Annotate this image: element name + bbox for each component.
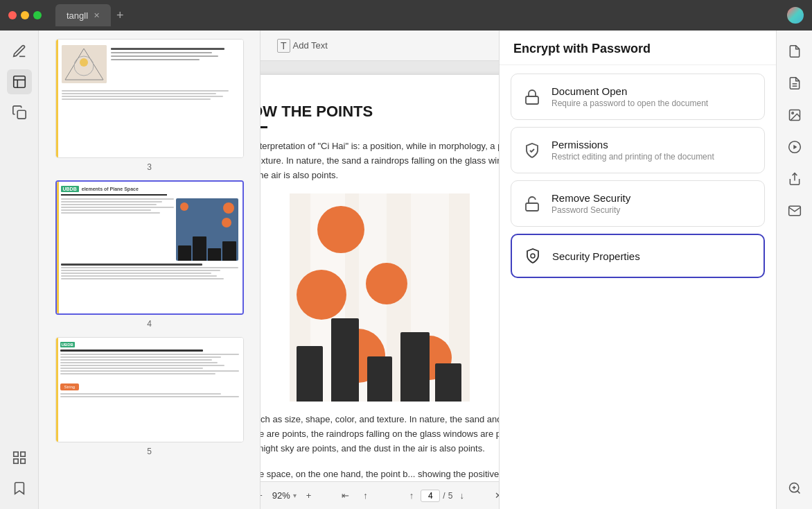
text-icon: T — [277, 39, 290, 53]
thumb-card-4[interactable]: UBDB elements of Plane Space — [55, 180, 244, 315]
page-document: 1. KNOW THE POINTS Point, the interpreta… — [261, 75, 499, 481]
option-remove-security-title: Remove Security — [551, 192, 630, 204]
next-page-button[interactable]: ↓ — [455, 488, 468, 503]
thumbnail-panel: 3 UBDB elements of Plane Space — [39, 31, 261, 509]
right-play-icon[interactable] — [782, 135, 807, 159]
sidebar-icon-pages[interactable] — [7, 69, 32, 94]
svg-point-20 — [791, 112, 793, 114]
page-area: 1. KNOW THE POINTS Point, the interpreta… — [261, 61, 499, 481]
svg-rect-3 — [17, 110, 26, 119]
thumb-img-3 — [56, 40, 243, 157]
doc-lower-text-1: elements such as size, shape, color, and… — [261, 413, 499, 456]
right-icon-bar — [776, 31, 812, 509]
thumb-group-4: UBDB elements of Plane Space — [44, 180, 254, 329]
thumb-group-5: UBDB String — [44, 337, 254, 456]
option-security-properties-title: Security Properties — [552, 250, 640, 262]
app-icon — [787, 7, 804, 24]
svg-rect-14 — [526, 96, 538, 104]
option-remove-security-desc: Password Security — [551, 205, 630, 215]
maximize-button[interactable] — [33, 11, 42, 19]
thumb-number-3: 3 — [147, 162, 152, 172]
unlock-icon — [522, 194, 542, 214]
option-remove-security[interactable]: Remove Security Password Security — [511, 180, 765, 227]
option-document-open-title: Document Open — [551, 85, 708, 97]
tab-bar: tangll ✕ + — [55, 4, 782, 26]
svg-rect-0 — [13, 76, 25, 88]
expand-up-icon: ↑ — [363, 490, 368, 501]
art-bar-2 — [331, 318, 359, 402]
page-number-input[interactable] — [421, 490, 440, 502]
svg-point-13 — [80, 58, 88, 67]
page-separator: / — [443, 491, 445, 501]
doc-heading: 1. KNOW THE POINTS — [261, 103, 499, 121]
sidebar-icon-grid[interactable] — [7, 445, 32, 470]
next-page-icon: ↓ — [459, 490, 464, 501]
thumb-card-3[interactable] — [55, 39, 244, 158]
close-button[interactable] — [8, 11, 17, 19]
option-document-open[interactable]: Document Open Require a password to open… — [511, 74, 765, 120]
sidebar-icon-copy[interactable] — [7, 100, 32, 125]
thumb-img-4: UBDB elements of Plane Space — [57, 182, 242, 313]
main-content: T Add Text 1. KNOW THE POINTS Point, the… — [261, 31, 499, 509]
panel-content: Document Open Require a password to open… — [500, 65, 776, 509]
prev-page-button[interactable]: ↑ — [405, 488, 418, 503]
title-bar-right — [787, 7, 804, 24]
expand-up-button[interactable]: ↑ — [359, 488, 372, 503]
option-permissions[interactable]: Permissions Restrict editing and printin… — [511, 127, 765, 173]
sidebar-icon-edit[interactable] — [7, 39, 32, 64]
traffic-lights — [8, 11, 42, 19]
zoom-out-icon: − — [261, 490, 263, 501]
close-panel-button[interactable]: ✕ — [491, 488, 499, 503]
thumb-number-5: 5 — [147, 447, 152, 456]
tab-close-button[interactable]: ✕ — [94, 11, 100, 20]
content-toolbar: T Add Text — [261, 31, 499, 61]
doc-underline — [261, 126, 267, 128]
add-tab-button[interactable]: + — [116, 8, 124, 23]
doc-image — [290, 193, 470, 402]
svg-rect-15 — [526, 203, 538, 211]
art-circle-2 — [297, 270, 346, 320]
svg-rect-7 — [20, 459, 24, 463]
close-icon: ✕ — [495, 490, 499, 501]
sidebar-icon-bookmark[interactable] — [7, 476, 32, 501]
option-permissions-title: Permissions — [551, 139, 714, 150]
right-pdf-icon[interactable] — [782, 71, 807, 96]
zoom-in-button[interactable]: + — [302, 488, 316, 503]
bottom-bar: − 92% ▾ + ⇤ ↑ ↑ / 5 — [261, 481, 499, 509]
art-bar-1 — [297, 346, 323, 402]
option-permissions-text: Permissions Restrict editing and printin… — [551, 139, 714, 162]
prev-page-icon: ↑ — [409, 490, 414, 501]
right-zoom-icon[interactable] — [782, 476, 807, 501]
zoom-level: 92% — [272, 490, 290, 501]
svg-line-25 — [797, 491, 800, 494]
thumb-number-4: 4 — [147, 319, 152, 329]
panel-header: Encrypt with Password — [500, 31, 776, 65]
zoom-out-button[interactable]: − — [261, 488, 267, 503]
expand-left-button[interactable]: ⇤ — [337, 488, 353, 503]
art-circle-3 — [366, 263, 407, 304]
page-nav: ↑ / 5 ↓ — [405, 488, 468, 503]
add-text-button[interactable]: T Add Text — [272, 36, 333, 55]
zoom-dropdown-icon[interactable]: ▾ — [293, 492, 297, 499]
svg-rect-5 — [20, 452, 24, 456]
option-security-properties[interactable]: Security Properties — [511, 234, 765, 278]
art-container — [290, 193, 470, 402]
svg-point-16 — [531, 254, 535, 258]
tab-item[interactable]: tangll ✕ — [55, 4, 111, 26]
option-remove-security-text: Remove Security Password Security — [551, 192, 630, 215]
right-document-icon[interactable] — [782, 39, 807, 64]
art-bar-5 — [435, 363, 461, 402]
thumb-img-5: UBDB String — [56, 338, 243, 442]
svg-rect-6 — [13, 459, 17, 463]
svg-rect-4 — [13, 452, 17, 456]
thumb-card-5[interactable]: UBDB String — [55, 337, 244, 442]
right-share-icon[interactable] — [782, 166, 807, 191]
right-mail-icon[interactable] — [782, 198, 807, 223]
tab-label: tangll — [67, 10, 88, 21]
minimize-button[interactable] — [21, 11, 29, 19]
doc-lower-text-2: In the picture space, on the one hand, t… — [261, 467, 499, 481]
zoom-in-icon: + — [306, 490, 312, 501]
right-image-icon[interactable] — [782, 103, 807, 128]
option-security-properties-text: Security Properties — [552, 250, 640, 262]
option-permissions-desc: Restrict editing and printing of the doc… — [551, 152, 714, 162]
